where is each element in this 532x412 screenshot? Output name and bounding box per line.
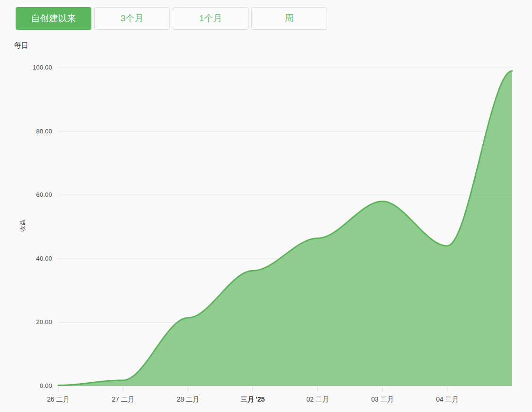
y-axis-label: 60.00 xyxy=(0,191,52,199)
y-axis-label: 100.00 xyxy=(0,63,52,72)
y-axis-label: 40.00 xyxy=(0,254,52,263)
area-chart: 0.0020.0040.0060.0080.00100.00 26 二月27 二… xyxy=(0,0,532,412)
x-axis-label: 04 三月 xyxy=(415,394,479,404)
y-axis-label: 20.00 xyxy=(0,318,52,326)
x-axis-label: 27 二月 xyxy=(91,394,155,404)
y-axis-label: 80.00 xyxy=(0,127,52,136)
x-axis-label: 三月 '25 xyxy=(221,394,285,404)
area-fill xyxy=(58,71,512,386)
x-axis-label: 03 三月 xyxy=(350,394,415,404)
y-axis-title: 收益 xyxy=(18,216,27,235)
revenue-chart-page: 自创建以来 3个月 1个月 周 每日 0.0020.0040.0060.0080… xyxy=(0,0,532,412)
x-axis-label: 28 二月 xyxy=(156,394,220,404)
x-axis-label: 02 三月 xyxy=(285,394,350,404)
chart-canvas xyxy=(0,0,532,412)
x-axis-label: 26 二月 xyxy=(26,394,90,404)
y-axis-label: 0.00 xyxy=(0,382,52,390)
